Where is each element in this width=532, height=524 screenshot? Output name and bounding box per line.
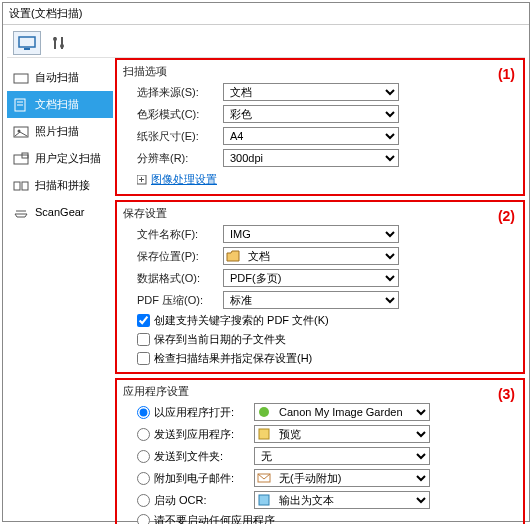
saveto-label: 保存位置(P):: [137, 249, 223, 264]
tab-settings-tools[interactable]: [45, 31, 73, 55]
send-to-app-label: 发送到应用程序:: [154, 427, 250, 442]
send-to-folder-label: 发送到文件夹:: [154, 449, 250, 464]
folder-icon: [226, 249, 240, 263]
start-ocr-select[interactable]: 输出为文本: [273, 492, 429, 508]
svg-rect-21: [259, 429, 269, 439]
image-processing-link[interactable]: 图像处理设置: [151, 172, 217, 187]
sidebar-item-label: 扫描和拼接: [35, 178, 90, 193]
filename-label: 文件名称(F):: [137, 227, 223, 242]
tools-icon: [49, 35, 69, 51]
format-label: 数据格式(O):: [137, 271, 223, 286]
compress-select[interactable]: 标准: [223, 291, 399, 309]
open-with-app-label: 以应用程序打开:: [154, 405, 250, 420]
no-app-radio[interactable]: [137, 514, 150, 524]
section-number-3: (3): [498, 386, 515, 402]
open-with-app-radio[interactable]: [137, 406, 150, 419]
mode-toolbar: [7, 29, 525, 58]
svg-rect-12: [14, 155, 28, 164]
app-settings-title: 应用程序设置: [123, 382, 517, 401]
compress-label: PDF 压缩(O):: [137, 293, 223, 308]
svg-rect-23: [259, 495, 269, 505]
photo-scan-icon: [13, 125, 29, 139]
section-number-1: (1): [498, 66, 515, 82]
attach-email-radio[interactable]: [137, 472, 150, 485]
scan-options-section: (1) 扫描选项 选择来源(S): 文档 色彩模式(C): 彩色 纸张尺寸(E)…: [115, 58, 525, 196]
sidebar-item-auto-scan[interactable]: 自动扫描: [7, 64, 113, 91]
custom-scan-icon: [13, 152, 29, 166]
resolution-select[interactable]: 300dpi: [223, 149, 399, 167]
color-mode-label: 色彩模式(C):: [137, 107, 223, 122]
open-with-app-select[interactable]: Canon My Image Garden: [273, 404, 429, 420]
svg-point-4: [53, 37, 57, 41]
text-output-icon: [257, 493, 271, 507]
resolution-label: 分辨率(R):: [137, 151, 223, 166]
svg-point-5: [60, 44, 64, 48]
window-title: 设置(文档扫描): [9, 6, 82, 21]
sidebar-item-label: 文档扫描: [35, 97, 79, 112]
sidebar-item-document-scan[interactable]: 文档扫描: [7, 91, 113, 118]
sidebar-item-stitch-scan[interactable]: 扫描和拼接: [7, 172, 113, 199]
sidebar-item-custom-scan[interactable]: 用户定义扫描: [7, 145, 113, 172]
check-results-label: 检查扫描结果并指定保存设置(H): [154, 351, 312, 366]
document-scan-icon: [13, 98, 29, 112]
attach-email-select[interactable]: 无(手动附加): [273, 470, 429, 486]
sidebar-item-scangear[interactable]: ScanGear: [7, 199, 113, 225]
sidebar-item-photo-scan[interactable]: 照片扫描: [7, 118, 113, 145]
stitch-icon: [13, 179, 29, 193]
sidebar-item-label: ScanGear: [35, 206, 85, 218]
subfolder-checkbox[interactable]: [137, 333, 150, 346]
no-app-label: 请不要启动任何应用程序: [154, 513, 275, 524]
check-results-checkbox[interactable]: [137, 352, 150, 365]
tab-scan-from-computer[interactable]: [13, 31, 41, 55]
svg-rect-0: [19, 37, 35, 47]
pdf-keyword-label: 创建支持关键字搜索的 PDF 文件(K): [154, 313, 329, 328]
monitor-icon: [17, 35, 37, 51]
source-label: 选择来源(S):: [137, 85, 223, 100]
send-to-app-radio[interactable]: [137, 428, 150, 441]
app-settings-section: (3) 应用程序设置 以应用程序打开: Canon My Image Garde…: [115, 378, 525, 524]
source-select[interactable]: 文档: [223, 83, 399, 101]
svg-rect-1: [24, 48, 30, 50]
send-to-app-select[interactable]: 预览: [273, 426, 429, 442]
start-ocr-radio[interactable]: [137, 494, 150, 507]
send-to-folder-select[interactable]: 无: [254, 447, 430, 465]
section-number-2: (2): [498, 208, 515, 224]
filename-combo[interactable]: IMG: [223, 225, 399, 243]
sidebar-item-label: 用户定义扫描: [35, 151, 101, 166]
paper-size-select[interactable]: A4: [223, 127, 399, 145]
paper-size-label: 纸张尺寸(E):: [137, 129, 223, 144]
scan-options-title: 扫描选项: [123, 62, 517, 81]
color-mode-select[interactable]: 彩色: [223, 105, 399, 123]
pdf-keyword-checkbox[interactable]: [137, 314, 150, 327]
svg-point-20: [259, 407, 269, 417]
preview-app-icon: [257, 427, 271, 441]
sidebar-item-label: 照片扫描: [35, 124, 79, 139]
attach-email-label: 附加到电子邮件:: [154, 471, 250, 486]
sidebar-item-label: 自动扫描: [35, 70, 79, 85]
title-bar: 设置(文档扫描): [3, 3, 529, 25]
save-settings-section: (2) 保存设置 文件名称(F): IMG 保存位置(P): 文档: [115, 200, 525, 374]
mail-icon: [257, 471, 271, 485]
save-settings-title: 保存设置: [123, 204, 517, 223]
svg-rect-14: [14, 182, 20, 190]
format-select[interactable]: PDF(多页): [223, 269, 399, 287]
subfolder-label: 保存到当前日期的子文件夹: [154, 332, 286, 347]
sidebar: 自动扫描 文档扫描 照片扫描 用户定义扫描 扫描和拼接: [7, 58, 113, 524]
leaf-icon: [257, 405, 271, 419]
auto-scan-icon: [13, 71, 29, 85]
scanner-icon: [13, 205, 29, 219]
send-to-folder-radio[interactable]: [137, 450, 150, 463]
expand-icon[interactable]: [137, 175, 147, 185]
saveto-select[interactable]: 文档: [242, 248, 398, 264]
start-ocr-label: 启动 OCR:: [154, 493, 250, 508]
svg-rect-15: [22, 182, 28, 190]
svg-rect-6: [14, 74, 28, 83]
